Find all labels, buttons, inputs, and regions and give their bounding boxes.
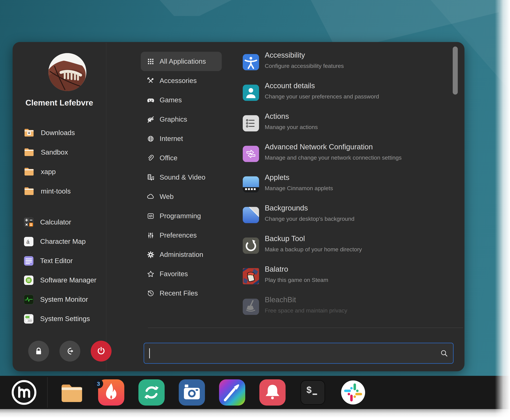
places-list: Downloads Sandbox xapp mint-tools bbox=[13, 123, 106, 201]
application-item-balatro[interactable]: Balatro Play this game on Steam bbox=[243, 261, 463, 292]
category-item[interactable]: Sound & Video bbox=[141, 168, 222, 187]
applets-icon bbox=[243, 176, 259, 193]
cloud-icon bbox=[147, 193, 155, 201]
account-icon bbox=[243, 85, 259, 101]
place-label: Downloads bbox=[41, 129, 75, 137]
football-avatar[interactable] bbox=[48, 53, 86, 91]
category-label: Administration bbox=[160, 251, 203, 259]
sidebar-app-item[interactable]: Software Manager bbox=[13, 270, 106, 290]
bleachbit-icon bbox=[243, 299, 259, 315]
category-item[interactable]: Accessories bbox=[141, 71, 222, 90]
application-description: Free space and maintain privacy bbox=[265, 307, 347, 314]
category-item[interactable]: Favorites bbox=[141, 264, 222, 284]
mint-menu-panel: Clement Lefebvre Downloads Sandbox xapp … bbox=[13, 42, 465, 371]
list-separator bbox=[148, 328, 463, 328]
place-item[interactable]: mint-tools bbox=[13, 181, 106, 201]
place-item[interactable]: Sandbox bbox=[13, 142, 106, 162]
category-item[interactable]: Office bbox=[141, 148, 222, 168]
category-label: Recent Files bbox=[160, 289, 198, 297]
place-item[interactable]: Downloads bbox=[13, 123, 106, 142]
category-item[interactable]: Graphics bbox=[141, 110, 222, 129]
category-item[interactable]: Internet bbox=[141, 129, 222, 148]
application-item-advanced-network-configuration[interactable]: Advanced Network Configuration Manage an… bbox=[243, 139, 463, 169]
application-title: Balatro bbox=[265, 265, 288, 273]
sidebar-app-item[interactable]: á Character Map bbox=[13, 232, 106, 251]
application-item-account-details[interactable]: Account details Change your user prefere… bbox=[243, 77, 463, 108]
taskbar: 3 $ bbox=[0, 376, 510, 409]
search-input[interactable] bbox=[144, 343, 454, 364]
sidebar-app-label: System Monitor bbox=[40, 295, 88, 303]
taskbar-launcher-terminal-app[interactable]: $ bbox=[300, 379, 326, 405]
place-label: xapp bbox=[41, 168, 56, 176]
place-item[interactable]: xapp bbox=[13, 162, 106, 181]
session-button-shutdown[interactable] bbox=[91, 341, 112, 361]
application-title: Accessibility bbox=[265, 51, 305, 59]
sidebar-app-item[interactable]: System Monitor bbox=[13, 290, 106, 309]
sidebar-app-item[interactable]: System Settings bbox=[13, 309, 106, 329]
session-button-logout[interactable] bbox=[60, 341, 80, 361]
terminal-icon: $ bbox=[300, 379, 326, 405]
place-label: Sandbox bbox=[41, 148, 68, 156]
application-description: Change your user preferences and passwor… bbox=[265, 93, 379, 100]
text-cursor bbox=[149, 348, 150, 358]
sidebar-app-item[interactable]: Calculator bbox=[13, 212, 106, 232]
folder-icon bbox=[23, 186, 35, 197]
screenshot-bottom-fade bbox=[0, 409, 510, 420]
category-item[interactable]: Administration bbox=[141, 245, 222, 264]
gear-icon bbox=[147, 251, 155, 259]
application-title: Applets bbox=[265, 173, 289, 182]
sidebar-app-label: Calculator bbox=[40, 218, 71, 226]
taskbar-launcher-notifications-app[interactable] bbox=[259, 379, 285, 405]
taskbar-launcher-sync-app[interactable] bbox=[138, 379, 165, 405]
lock-icon bbox=[33, 346, 44, 356]
category-item[interactable]: Web bbox=[141, 187, 222, 206]
category-item[interactable]: Preferences bbox=[141, 226, 222, 245]
application-item-accessibility[interactable]: Accessibility Configure accessibility fe… bbox=[243, 47, 463, 77]
category-item[interactable]: Recent Files bbox=[141, 284, 222, 303]
taskbar-launcher-slack-app[interactable] bbox=[340, 379, 366, 405]
screenshot-right-fade bbox=[495, 0, 510, 420]
sidebar-divider bbox=[106, 43, 106, 371]
grid-icon bbox=[147, 58, 155, 65]
taskbar-launcher-drawing-app[interactable] bbox=[219, 379, 245, 405]
mint-logo[interactable] bbox=[10, 378, 38, 406]
category-item[interactable]: Programming bbox=[141, 206, 222, 226]
sync-icon bbox=[138, 379, 165, 405]
wallpaper-streak bbox=[160, 0, 232, 16]
paint-icon bbox=[219, 379, 245, 405]
svg-text:á: á bbox=[26, 239, 30, 245]
sliders-icon bbox=[147, 232, 155, 239]
place-label: mint-tools bbox=[41, 187, 71, 195]
application-item-backgrounds[interactable]: Backgrounds Change your desktop's backgr… bbox=[243, 200, 463, 230]
taskbar-launcher-file-manager[interactable] bbox=[58, 379, 84, 405]
folder-download-icon bbox=[23, 127, 35, 138]
application-description: Manage Cinnamon applets bbox=[265, 185, 333, 192]
application-item-applets[interactable]: Applets Manage Cinnamon applets bbox=[243, 169, 463, 200]
category-item[interactable]: Games bbox=[141, 90, 222, 110]
files-icon bbox=[58, 379, 84, 405]
session-button-lock-screen[interactable] bbox=[28, 341, 49, 361]
code-icon bbox=[147, 212, 155, 220]
category-label: Graphics bbox=[160, 115, 187, 123]
application-description: Make a backup of your home directory bbox=[265, 246, 362, 253]
tools-icon bbox=[147, 77, 155, 85]
sidebar-app-item[interactable]: Text Editor bbox=[13, 251, 106, 270]
category-label: Programming bbox=[160, 212, 201, 220]
user-name: Clement Lefebvre bbox=[13, 98, 106, 107]
category-item[interactable]: All Applications bbox=[141, 52, 222, 71]
system-monitor-icon bbox=[23, 294, 34, 305]
application-item-actions[interactable]: Actions Manage your actions bbox=[243, 108, 463, 139]
film-note-icon bbox=[147, 173, 155, 181]
taskbar-launcher-screenshot-app[interactable] bbox=[179, 379, 205, 405]
category-label: All Applications bbox=[160, 57, 206, 65]
taskbar-launcher-flame-app[interactable]: 3 bbox=[98, 379, 124, 405]
application-item-backup-tool[interactable]: Backup Tool Make a backup of your home d… bbox=[243, 230, 463, 261]
calculator-icon bbox=[23, 217, 34, 228]
category-label: Favorites bbox=[160, 270, 188, 278]
globe-icon bbox=[147, 135, 155, 143]
system-settings-icon bbox=[23, 314, 34, 324]
paperclip-icon bbox=[147, 154, 155, 162]
application-item-bleachbit[interactable]: BleachBit Free space and maintain privac… bbox=[243, 292, 463, 322]
scrollbar-thumb[interactable] bbox=[453, 46, 458, 95]
history-icon bbox=[147, 289, 155, 297]
